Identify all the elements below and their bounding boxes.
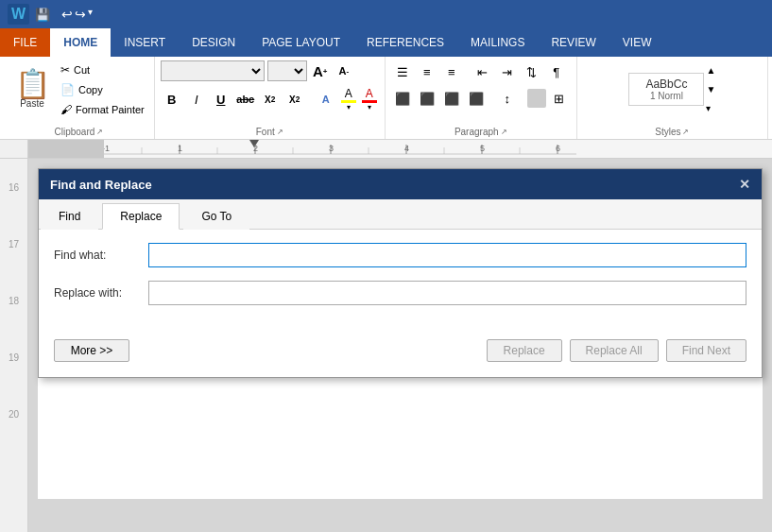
margin-num-19: 19	[0, 329, 27, 386]
font-color-button[interactable]: A ▾	[360, 85, 379, 113]
dialog-close-button[interactable]: ✕	[739, 177, 750, 192]
cut-label: Cut	[74, 64, 90, 76]
styles-down[interactable]: ▼	[706, 84, 715, 94]
cut-icon: ✂	[60, 63, 70, 77]
title-bar: W 💾 ↩ ↪ ▾	[0, 0, 772, 28]
tab-view[interactable]: VIEW	[609, 28, 665, 57]
align-right-button[interactable]: ⬛	[440, 87, 463, 110]
dialog-tab-replace[interactable]: Replace	[102, 203, 180, 230]
find-next-button[interactable]: Find Next	[666, 339, 746, 362]
italic-button[interactable]: I	[185, 88, 208, 111]
ruler-area: 1 2 3 4 5 6 -1	[0, 140, 772, 159]
bold-button[interactable]: B	[161, 88, 183, 111]
superscript-button[interactable]: X2	[283, 88, 306, 111]
undo-redo-group: ↩ ↪ ▾	[61, 7, 93, 22]
font-expand[interactable]: ↗	[277, 128, 283, 136]
align-center-button[interactable]: ⬛	[416, 87, 438, 110]
horizontal-ruler: 1 2 3 4 5 6 -1	[28, 140, 772, 159]
dialog-tab-find[interactable]: Find	[41, 203, 98, 230]
redo-button[interactable]: ↪	[75, 7, 86, 22]
tab-review[interactable]: REVIEW	[538, 28, 609, 57]
numbering-button[interactable]: ≡	[416, 60, 438, 83]
format-painter-button[interactable]: 🖌 Format Painter	[57, 100, 148, 119]
styles-more[interactable]: ▾	[706, 103, 715, 113]
quick-save[interactable]: 💾	[35, 8, 50, 22]
tab-home[interactable]: HOME	[50, 28, 111, 57]
align-left-button[interactable]: ⬛	[391, 87, 414, 110]
dialog-body: Find what: Replace with:	[39, 230, 762, 332]
line-spacing-button[interactable]: ↕	[496, 87, 519, 110]
find-what-input[interactable]	[148, 243, 746, 267]
more-button[interactable]: More >>	[54, 339, 129, 362]
margin-num-18: 18	[0, 272, 27, 329]
replace-with-input[interactable]	[148, 281, 746, 305]
multilevel-list-button[interactable]: ≡	[440, 60, 463, 83]
copy-button[interactable]: 📄 Copy	[57, 80, 148, 99]
font-group: A+ A- B I U abc X2 X2 A A ▾ A	[155, 57, 386, 139]
paste-button[interactable]: 📋 Paste	[9, 60, 55, 117]
cut-button[interactable]: ✂ Cut	[57, 60, 148, 79]
font-name-select[interactable]	[161, 60, 265, 81]
styles-up[interactable]: ▲	[706, 65, 715, 76]
ruler-dark-left	[28, 140, 104, 158]
paragraph-group: ☰ ≡ ≡ ⇤ ⇥ ⇅ ¶ ⬛ ⬛ ⬛ ⬛ ↕ ⊞ Parag	[386, 57, 577, 139]
tab-page-layout[interactable]: PAGE LAYOUT	[249, 28, 353, 57]
copy-icon: 📄	[60, 83, 75, 96]
dialog-title-text: Find and Replace	[50, 178, 152, 192]
copy-label: Copy	[78, 84, 103, 95]
styles-scroll: ▲ ▼ ▾	[706, 60, 715, 117]
sort-button[interactable]: ⇅	[521, 60, 543, 83]
shrink-font-button[interactable]: A-	[334, 60, 354, 81]
style-name: 1 Norml	[639, 91, 694, 101]
increase-indent-button[interactable]: ⇥	[496, 60, 519, 83]
format-painter-label: Format Painter	[76, 104, 145, 115]
justify-button[interactable]: ⬛	[465, 87, 488, 110]
more-button[interactable]: ▾	[88, 7, 93, 22]
tab-insert[interactable]: INSERT	[111, 28, 179, 57]
bullets-button[interactable]: ☰	[391, 60, 414, 83]
replace-all-button[interactable]: Replace All	[570, 339, 659, 362]
svg-text:1: 1	[178, 144, 182, 153]
margin-num-16: 16	[0, 159, 27, 215]
underline-button[interactable]: U	[210, 88, 232, 111]
borders-button[interactable]: ⊞	[548, 87, 571, 110]
margin-num-17: 17	[0, 215, 27, 272]
styles-expand[interactable]: ↗	[682, 128, 689, 136]
highlight-button[interactable]: A ▾	[339, 85, 358, 113]
highlight-dropdown-arrow[interactable]: ▾	[347, 103, 351, 112]
dialog-tab-goto[interactable]: Go To	[183, 203, 249, 230]
show-hide-button[interactable]: ¶	[545, 60, 568, 83]
decrease-indent-button[interactable]: ⇤	[472, 60, 494, 83]
shading-button[interactable]	[527, 89, 546, 108]
styles-label: Styles ↗	[655, 125, 689, 137]
svg-text:5: 5	[480, 144, 485, 153]
grow-font-button[interactable]: A+	[310, 60, 331, 81]
dialog-header: Find and Replace ✕	[39, 169, 762, 199]
normal-style[interactable]: AaBbCc 1 Norml	[628, 73, 704, 106]
tab-references[interactable]: REFERENCES	[353, 28, 457, 57]
style-label: AaBbCc	[639, 77, 694, 91]
text-effects-button[interactable]: A	[315, 88, 337, 111]
paste-icon: 📋	[15, 70, 50, 98]
word-icon: W	[8, 4, 29, 25]
replace-with-label: Replace with:	[54, 286, 148, 300]
svg-text:4: 4	[404, 144, 409, 153]
font-size-select[interactable]	[267, 60, 307, 81]
clipboard-expand[interactable]: ↗	[96, 128, 103, 136]
tab-design[interactable]: DESIGN	[179, 28, 249, 57]
styles-content: AaBbCc 1 Norml ▲ ▼ ▾	[628, 60, 715, 117]
dialog-tabs: Find Replace Go To	[39, 199, 762, 230]
align-buttons-row: ⬛ ⬛ ⬛ ⬛ ↕ ⊞	[391, 87, 571, 110]
tab-file[interactable]: FILE	[0, 28, 50, 57]
font-color-dropdown-arrow[interactable]: ▾	[368, 103, 371, 112]
strikethrough-button[interactable]: abc	[234, 88, 257, 111]
tab-mailings[interactable]: MAILINGS	[457, 28, 538, 57]
paragraph-expand[interactable]: ↗	[501, 128, 507, 136]
find-what-label: Find what:	[54, 249, 148, 262]
replace-button[interactable]: Replace	[487, 339, 562, 362]
subscript-button[interactable]: X2	[259, 88, 282, 111]
left-margin: 16 17 18 19 20	[0, 159, 28, 532]
undo-button[interactable]: ↩	[61, 7, 73, 22]
font-format-row: B I U abc X2 X2 A A ▾ A ▾	[161, 85, 379, 113]
ruler-ticks: 1 2 3 4 5 6 -1	[104, 140, 772, 158]
